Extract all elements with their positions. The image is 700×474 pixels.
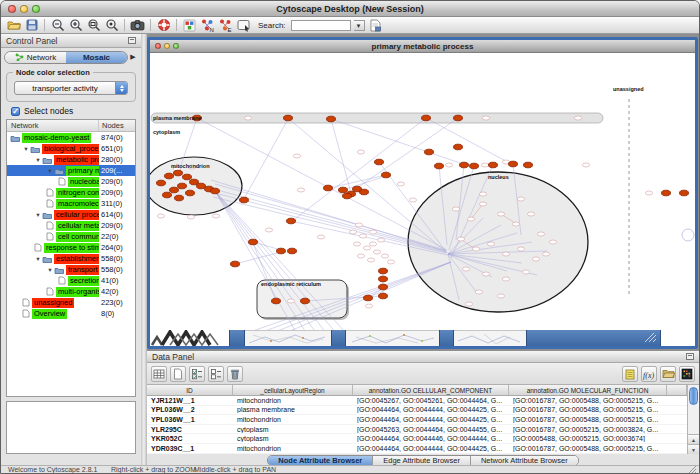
select-nodes-label: Select nodes: [24, 106, 73, 116]
table-row[interactable]: YJR121W__1mitochondrion[GO:0045267, GO:0…: [147, 396, 687, 406]
attribute-browser-tab[interactable]: Network Attribute Browser: [471, 456, 578, 465]
tree-row[interactable]: response to stimulu264(0): [7, 242, 135, 253]
tree-row[interactable]: unassigned223(0): [7, 297, 135, 308]
node-color-dropdown[interactable]: transporter activity: [14, 81, 128, 95]
window-resize-grip[interactable]: [688, 466, 697, 474]
tree-row[interactable]: ▼biological_process651(0): [7, 143, 135, 154]
table-row[interactable]: YPL036W__2plasma membrane[GO:0044464, GO…: [147, 406, 687, 416]
tree-row[interactable]: ▼establishment of lo558(0): [7, 253, 135, 264]
scrollbar-thumb[interactable]: [689, 387, 698, 405]
hide-selected-nodes-button[interactable]: N: [200, 18, 215, 33]
select-nodes-checkbox[interactable]: ✓: [11, 107, 20, 116]
minimize-button[interactable]: [20, 5, 28, 13]
table-row[interactable]: YKR052Ccytoplasm[GO:0044464, GO:0044446,…: [147, 434, 687, 444]
matrix-view-button[interactable]: [679, 366, 695, 382]
hide-selected-edges-button[interactable]: E: [218, 18, 233, 33]
table-row[interactable]: YLR295Ccytoplasm[GO:0045263, GO:0044464,…: [147, 425, 687, 435]
scroll-up-button[interactable]: ▲: [688, 434, 699, 444]
network-frame-titlebar[interactable]: primary metabolic process: [150, 40, 695, 53]
attribute-grid-button[interactable]: [151, 366, 167, 382]
expand-arrow-icon[interactable]: ▼: [46, 267, 54, 273]
unassigned-region-label: unassigned: [613, 86, 644, 92]
table-cell: [GO:0016787, GO:0005488, GO:0005215, G..…: [509, 406, 667, 413]
table-row[interactable]: YDR039C__1mitochondrion[GO:0044464, GO:0…: [147, 444, 687, 454]
float-panel-icon[interactable]: [686, 353, 694, 360]
attribute-browser-tab[interactable]: Node Attribute Browser: [268, 456, 373, 465]
background-window-border[interactable]: [439, 330, 454, 346]
column-header[interactable]: ID: [147, 385, 233, 395]
search-dropdown-button[interactable]: ▼: [354, 20, 365, 31]
delete-attribute-button[interactable]: [227, 366, 243, 382]
birds-eye-view[interactable]: [6, 401, 136, 454]
background-window-border[interactable]: [229, 330, 245, 346]
scroll-down-button[interactable]: ▼: [688, 444, 699, 454]
column-header[interactable]: annotation.GO CELLULAR_COMPONENT: [353, 385, 509, 395]
close-button[interactable]: [8, 5, 16, 13]
tree-row[interactable]: Overview8(0): [7, 308, 135, 319]
function-builder-button[interactable]: f(x): [641, 366, 657, 382]
tab-overflow-arrow[interactable]: ▶: [128, 53, 138, 61]
zoom-out-button[interactable]: [50, 18, 65, 33]
table-scrollbar[interactable]: ▲ ▼: [687, 385, 699, 454]
annotation-button[interactable]: [236, 18, 251, 33]
tree-row[interactable]: mosaic-demo-yeast874(0): [7, 132, 135, 143]
expand-arrow-icon[interactable]: ▼: [22, 146, 30, 152]
background-window-border[interactable]: [526, 330, 661, 346]
unselect-attributes-button[interactable]: [208, 366, 224, 382]
expand-arrow-icon[interactable]: ▼: [46, 168, 54, 174]
table-cell: YPL036W__2: [147, 406, 233, 413]
tree-row[interactable]: secretion41(0): [7, 275, 135, 286]
expand-arrow-icon[interactable]: ▼: [34, 212, 42, 218]
frame-close-button[interactable]: [155, 43, 161, 49]
expand-arrow-icon[interactable]: ▼: [34, 256, 42, 262]
notepad-button[interactable]: [622, 366, 638, 382]
background-window-border[interactable]: [331, 330, 346, 346]
background-window-fragment[interactable]: [245, 330, 331, 346]
tab-network[interactable]: Network: [5, 52, 66, 63]
zoom-fit-button[interactable]: [86, 18, 101, 33]
save-session-button[interactable]: [24, 18, 39, 33]
import-attributes-button[interactable]: [660, 366, 676, 382]
attribute-browser-tab[interactable]: Edge Attribute Browser: [373, 456, 471, 465]
open-session-button[interactable]: [6, 18, 21, 33]
network-canvas[interactable]: plasma membranecytoplasmmitochondrionnuc…: [150, 53, 695, 330]
tree-column-nodes[interactable]: Nodes: [99, 120, 135, 131]
tree-row[interactable]: ▼transport558(0): [7, 264, 135, 275]
zoom-selected-button[interactable]: [104, 18, 119, 33]
tree-row[interactable]: cell communicat22(0): [7, 231, 135, 242]
background-window-fragment[interactable]: [150, 330, 229, 346]
window-titlebar[interactable]: Cytoscape Desktop (New Session): [1, 1, 699, 17]
search-config-button[interactable]: [368, 18, 383, 33]
background-window-fragment[interactable]: [346, 330, 439, 346]
vizmapper-button[interactable]: [182, 18, 197, 33]
frame-zoom-button[interactable]: [173, 43, 179, 49]
tree-row[interactable]: ▼primary metabo209(...: [7, 165, 135, 176]
expand-arrow-icon[interactable]: ▼: [34, 157, 42, 163]
select-nodes-option[interactable]: ✓ Select nodes: [11, 106, 73, 116]
tree-row[interactable]: nucleobase-209(0): [7, 176, 135, 187]
zoom-in-button[interactable]: [68, 18, 83, 33]
create-attribute-button[interactable]: [170, 366, 186, 382]
select-attributes-button[interactable]: [189, 366, 205, 382]
help-button[interactable]: [156, 18, 171, 33]
tree-row[interactable]: ▼metabolic process280(0): [7, 154, 135, 165]
tree-row[interactable]: multi-organism pro42(0): [7, 286, 135, 297]
tree-row-label: secretion: [68, 276, 99, 286]
tree-row[interactable]: nitrogen compo209(0): [7, 187, 135, 198]
float-panel-icon[interactable]: [128, 37, 136, 44]
tree-row[interactable]: macromolecule311(0): [7, 198, 135, 209]
snapshot-button[interactable]: [130, 18, 145, 33]
tree-row[interactable]: cellular metabol209(0): [7, 220, 135, 231]
zoom-window-button[interactable]: [32, 5, 40, 13]
search-input[interactable]: [291, 20, 351, 31]
table-cell: [GO:0005488, GO:0005215, GO:0003674]: [509, 435, 667, 442]
table-row[interactable]: YPL036W__1mitochondrion[GO:0044464, GO:0…: [147, 415, 687, 425]
network-graph[interactable]: plasma membranecytoplasmmitochondrionnuc…: [150, 53, 695, 330]
column-header[interactable]: _cellularLayoutRegion: [233, 385, 353, 395]
tree-row[interactable]: ▼cellular process614(0): [7, 209, 135, 220]
tab-mosaic[interactable]: Mosaic: [66, 52, 127, 63]
background-window-fragment[interactable]: [454, 330, 526, 346]
column-header[interactable]: annotation.GO MOLECULAR_FUNCTION: [509, 385, 667, 395]
tree-column-network[interactable]: Network: [7, 120, 99, 131]
frame-minimize-button[interactable]: [164, 43, 170, 49]
